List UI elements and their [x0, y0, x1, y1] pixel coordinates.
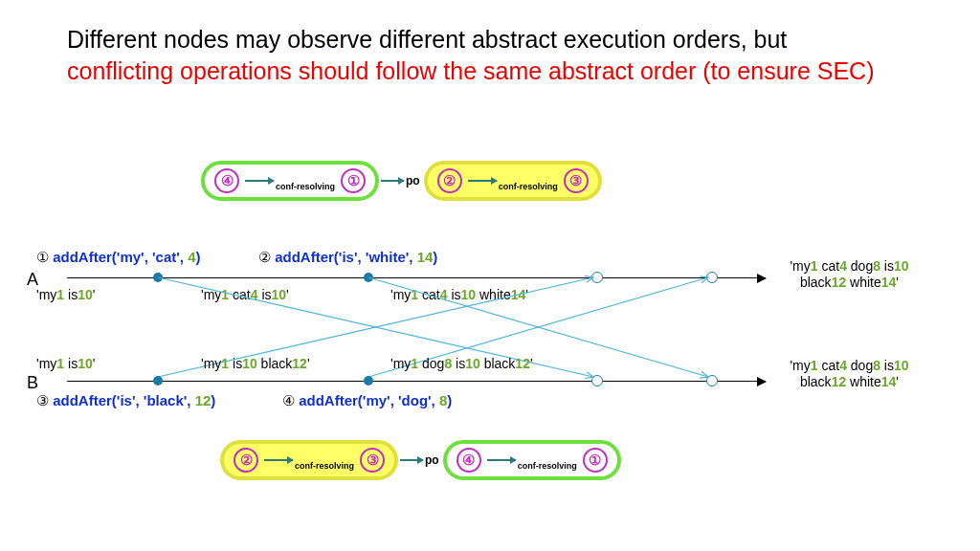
pill-green: ④conf-resolving①	[201, 161, 379, 201]
final-state: 'my1 cat4 dog8 is10black12 white14'	[766, 258, 933, 291]
slide-title: Different nodes may observe different ab…	[67, 24, 900, 86]
bottom-order-diagram: ②conf-resolving③ po ④conf-resolving①	[220, 440, 621, 480]
axis-a	[67, 277, 766, 278]
state-text: 'my1 is10 black12'	[201, 356, 310, 371]
state-text: 'my1 cat4 is10 white14'	[390, 287, 528, 302]
pill-yellow: ②conf-resolving③	[220, 440, 398, 480]
op-label: ① addAfter('my', 'cat', 4)	[36, 249, 200, 266]
event-dot	[153, 376, 163, 386]
state-text: 'my1 cat4 is10'	[201, 287, 289, 302]
final-state: 'my1 cat4 dog8 is10black12 white14'	[766, 358, 933, 390]
pill-yellow: ②conf-resolving③	[424, 161, 602, 201]
pill-green: ④conf-resolving①	[443, 440, 621, 480]
op-label: ③ addAfter('is', 'black', 12)	[36, 392, 215, 409]
op-label: ② addAfter('is', 'white', 14)	[258, 249, 437, 266]
recv-ring	[706, 375, 718, 386]
top-order-diagram: ④conf-resolving① po ②conf-resolving③	[201, 161, 602, 201]
event-dot	[364, 376, 373, 386]
recv-ring	[591, 272, 603, 283]
op-label: ④ addAfter('my', 'dog', 8)	[282, 392, 452, 409]
recv-ring	[591, 375, 603, 386]
axis-b	[67, 381, 766, 382]
state-text: 'my1 is10'	[36, 287, 95, 302]
recv-ring	[706, 272, 718, 283]
state-text: 'my1 is10'	[36, 356, 95, 371]
state-text: 'my1 dog8 is10 black12'	[390, 356, 533, 371]
event-dot	[364, 273, 373, 282]
event-dot	[153, 273, 163, 282]
